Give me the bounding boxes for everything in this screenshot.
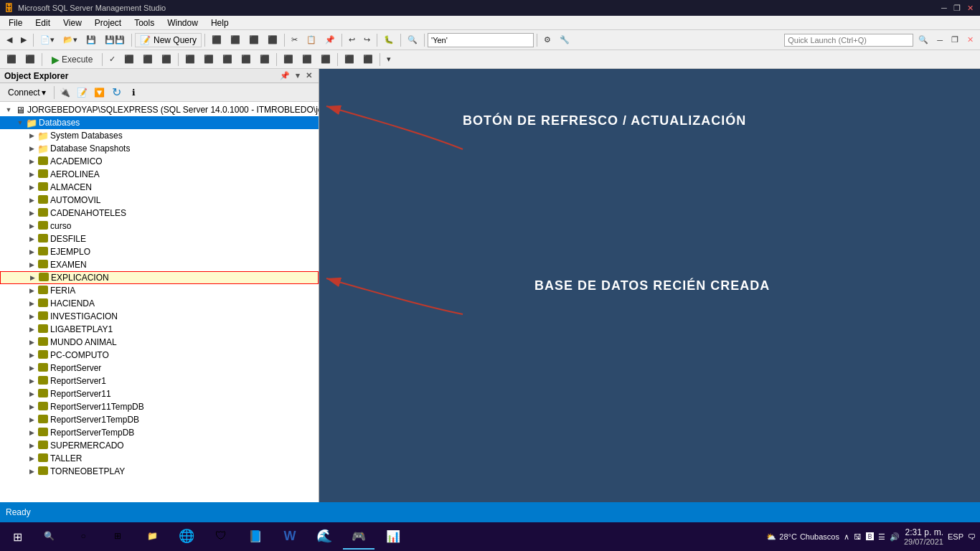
expand-btn[interactable]: ▶ xyxy=(26,169,37,180)
quick-launch-input[interactable] xyxy=(784,34,913,47)
oe-filter-button[interactable]: 🔽 xyxy=(92,85,108,100)
tree-item[interactable]: ▼🖥JORGEBEDOYAP\SQLEXPRESS (SQL Server 14… xyxy=(0,103,319,116)
oe-new-query-button[interactable]: 📝 xyxy=(75,85,90,100)
expand-btn[interactable]: ▶ xyxy=(26,298,37,309)
tree-item[interactable]: ▶MUNDO ANIMAL xyxy=(0,336,319,349)
execute-button[interactable]: ▶ Execute xyxy=(45,52,99,67)
tb2-btn13[interactable]: ⬛ xyxy=(317,52,334,67)
expand-btn[interactable]: ▼ xyxy=(3,104,14,116)
menu-project[interactable]: Project xyxy=(89,17,127,29)
tb2-btn8[interactable]: ⬛ xyxy=(219,52,236,67)
oe-properties-button[interactable]: ℹ xyxy=(126,85,142,100)
tree-item[interactable]: ▶LIGABETPLAY1 xyxy=(0,323,319,336)
new-query-button[interactable]: 📝 New Query xyxy=(135,33,202,47)
new-file-button[interactable]: 📄▾ xyxy=(37,32,58,48)
search-button[interactable]: 🔍 xyxy=(404,32,421,48)
tb2-btn7[interactable]: ⬛ xyxy=(200,52,217,67)
close-button[interactable]: ✕ xyxy=(964,2,976,14)
taskbar-windows[interactable]: ⊞ xyxy=(102,524,133,550)
tree-item[interactable]: ▶ALMACEN xyxy=(0,181,319,194)
tools-button[interactable]: 🔧 xyxy=(556,32,573,48)
tree-item[interactable]: ▶PC-COMPUTO xyxy=(0,349,319,362)
tb2-btn15[interactable]: ⬛ xyxy=(359,52,377,67)
tb2-btn9[interactable]: ⬛ xyxy=(237,52,255,67)
expand-btn[interactable]: ▼ xyxy=(14,117,26,128)
tb2-btn2[interactable]: ⬛ xyxy=(22,52,39,67)
expand-btn[interactable]: ▶ xyxy=(26,401,37,413)
window-restore-toolbar[interactable]: ❐ xyxy=(948,32,962,48)
menu-window[interactable]: Window xyxy=(161,17,204,29)
connect-button[interactable]: Connect ▾ xyxy=(3,85,51,100)
tb2-btn4[interactable]: ⬛ xyxy=(139,52,156,67)
tree-item[interactable]: ▶curso xyxy=(0,220,319,232)
expand-btn[interactable]: ▶ xyxy=(26,233,37,245)
redo-button[interactable]: ↪ xyxy=(360,32,374,48)
tree-item[interactable]: ▶SUPERMERCADO xyxy=(0,439,319,452)
toolbar-btn-extra3[interactable]: ⬛ xyxy=(245,32,263,48)
taskbar-app2[interactable]: 📘 xyxy=(240,524,271,550)
tb2-btn1[interactable]: ⬛ xyxy=(3,52,20,67)
expand-btn[interactable]: ▶ xyxy=(26,259,37,270)
expand-btn[interactable]: ▶ xyxy=(26,362,37,374)
tree-item[interactable]: ▶EXPLICACION xyxy=(0,271,319,284)
taskbar-app3[interactable]: 📊 xyxy=(377,524,409,550)
expand-btn[interactable]: ▶ xyxy=(26,324,37,335)
tree-item[interactable]: ▶📁System Databases xyxy=(0,129,319,142)
menu-tools[interactable]: Tools xyxy=(128,17,160,29)
expand-btn[interactable]: ▶ xyxy=(26,130,37,141)
tree-item[interactable]: ▶AUTOMOVIL xyxy=(0,194,319,207)
tree-item[interactable]: ▶EJEMPLO xyxy=(0,245,319,258)
tb2-btn16[interactable]: ▾ xyxy=(383,52,395,67)
forward-button[interactable]: ▶ xyxy=(17,32,30,48)
save-button[interactable]: 💾 xyxy=(83,32,100,48)
notification-button[interactable]: 🗨 xyxy=(968,532,976,541)
taskbar-word[interactable]: W xyxy=(274,524,306,550)
menu-view[interactable]: View xyxy=(57,17,88,29)
oe-dropdown-button[interactable]: ▾ xyxy=(293,71,302,80)
expand-btn[interactable]: ▶ xyxy=(26,375,37,387)
database-selector[interactable] xyxy=(428,33,534,47)
expand-btn[interactable]: ▶ xyxy=(26,182,37,193)
language-indicator[interactable]: ESP xyxy=(948,532,963,541)
tree-item[interactable]: ▶ReportServerTempDB xyxy=(0,426,319,439)
expand-btn[interactable]: ▶ xyxy=(26,414,37,425)
expand-btn[interactable]: ▶ xyxy=(26,194,37,206)
expand-btn[interactable]: ▶ xyxy=(26,336,37,348)
open-button[interactable]: 📂▾ xyxy=(60,32,81,48)
tree-item[interactable]: ▶HACIENDA xyxy=(0,297,319,310)
oe-refresh-button[interactable]: ↻ xyxy=(109,85,125,100)
menu-edit[interactable]: Edit xyxy=(29,17,56,29)
minimize-button[interactable]: ─ xyxy=(938,2,950,14)
tb2-btn11[interactable]: ⬛ xyxy=(280,52,297,67)
tray-volume[interactable]: 🔊 xyxy=(890,532,900,542)
tree-item[interactable]: ▶CADENAHOTELES xyxy=(0,207,319,220)
oe-pin-button[interactable]: 📌 xyxy=(278,71,292,80)
taskbar-chrome[interactable]: 🌐 xyxy=(171,524,202,550)
expand-btn[interactable]: ▶ xyxy=(26,143,37,154)
undo-button[interactable]: ↩ xyxy=(345,32,359,48)
save-all-button[interactable]: 💾💾 xyxy=(101,32,128,48)
taskbar-app1[interactable]: 🛡 xyxy=(205,524,237,550)
taskbar-explorer[interactable]: 📁 xyxy=(136,524,168,550)
expand-btn[interactable]: ▶ xyxy=(26,453,37,464)
taskbar-ssms[interactable]: 🎮 xyxy=(343,524,374,550)
tree-item[interactable]: ▶ReportServer1 xyxy=(0,375,319,387)
quick-launch-search[interactable]: 🔍 xyxy=(915,32,932,48)
tree-item[interactable]: ▶ACADEMICO xyxy=(0,155,319,168)
expand-btn[interactable]: ▶ xyxy=(26,156,37,167)
oe-close-button[interactable]: ✕ xyxy=(303,71,314,80)
expand-btn[interactable]: ▶ xyxy=(26,285,37,296)
taskbar-task-view[interactable]: ○ xyxy=(67,524,99,550)
expand-btn[interactable]: ▶ xyxy=(26,220,37,232)
copy-button[interactable]: 📋 xyxy=(303,32,320,48)
toolbar-btn-extra4[interactable]: ⬛ xyxy=(264,32,281,48)
tree-item[interactable]: ▶INVESTIGACION xyxy=(0,310,319,323)
tb2-btn12[interactable]: ⬛ xyxy=(298,52,316,67)
back-button[interactable]: ◀ xyxy=(3,32,16,48)
tree-item[interactable]: ▶📁Database Snapshots xyxy=(0,142,319,155)
paste-button[interactable]: 📌 xyxy=(321,32,339,48)
start-button[interactable]: ⊞ xyxy=(4,524,30,550)
expand-btn[interactable]: ▶ xyxy=(26,466,37,477)
window-close-toolbar[interactable]: ✕ xyxy=(963,32,977,48)
expand-btn[interactable]: ▶ xyxy=(26,388,37,400)
